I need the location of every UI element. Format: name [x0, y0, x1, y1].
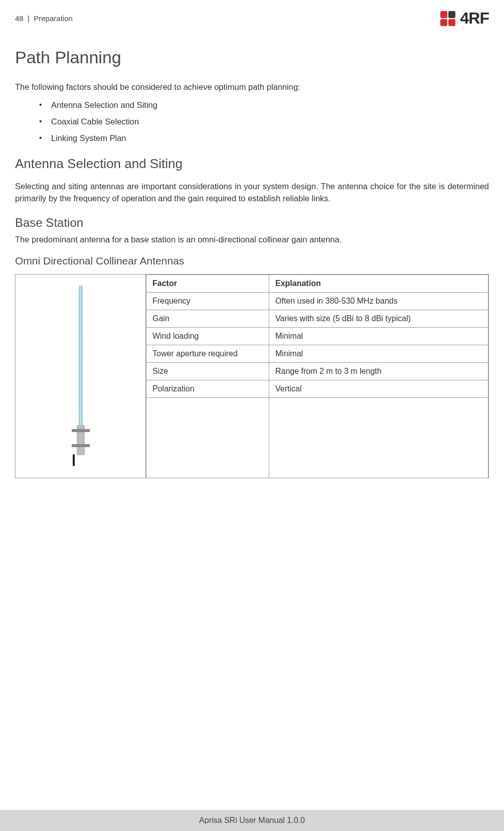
factors-list: Antenna Selection and Siting Coaxial Cab… [39, 100, 489, 143]
table-row: Wind loading Minimal [146, 327, 488, 345]
cell-factor: Polarization [146, 380, 269, 397]
antenna-paragraph: Selecting and siting antennas are import… [15, 181, 489, 205]
cell-factor: Frequency [146, 292, 269, 310]
table-empty-row [146, 397, 488, 478]
th-factor: Factor [146, 274, 269, 292]
table-row: Size Range from 2 m to 3 m length [146, 362, 488, 380]
cell-factor: Size [146, 362, 269, 380]
header-separator: | [28, 14, 30, 23]
cell-factor: Gain [146, 310, 269, 327]
logo-text: 4RF [460, 9, 489, 28]
page-header: 48 | Preparation 4RF [0, 0, 504, 28]
table-header-row: Factor Explanation [146, 274, 488, 292]
page-number: 48 [15, 14, 24, 23]
cell-explanation: Minimal [269, 327, 488, 345]
base-station-paragraph: The predominant antenna for a base stati… [15, 234, 489, 246]
table-row: Tower aperture required Minimal [146, 345, 488, 362]
th-explanation: Explanation [269, 274, 488, 292]
antenna-image-cell [16, 274, 146, 478]
header-text: 48 | Preparation [15, 14, 73, 23]
h1-path-planning: Path Planning [15, 48, 489, 67]
h4-omni-collinear: Omni Directional Collinear Antennas [15, 255, 489, 267]
h2-antenna-selection: Antenna Selection and Siting [15, 156, 489, 172]
collinear-antenna-icon [66, 286, 96, 466]
intro-paragraph: The following factors should be consider… [15, 81, 489, 93]
table-row: Polarization Vertical [146, 380, 488, 397]
logo-dots-icon [440, 11, 455, 26]
logo-4rf: 4RF [440, 9, 489, 28]
cell-explanation: Often used in 380-530 MHz bands [269, 292, 488, 310]
bullet-item: Coaxial Cable Selection [39, 117, 489, 126]
cell-explanation: Vertical [269, 380, 488, 397]
cell-explanation: Varies with size (5 dBi to 8 dBi typical… [269, 310, 488, 327]
cell-factor: Wind loading [146, 327, 269, 345]
bullet-item: Linking System Plan [39, 133, 489, 143]
cell-explanation: Range from 2 m to 3 m length [269, 362, 488, 380]
page-content: Path Planning The following factors shou… [0, 28, 504, 478]
cell-explanation: Minimal [269, 345, 488, 362]
table-row: Frequency Often used in 380-530 MHz band… [146, 292, 488, 310]
cell-factor: Tower aperture required [146, 345, 269, 362]
antenna-spec-block: Factor Explanation Frequency Often used … [15, 274, 489, 479]
empty-cell [269, 397, 488, 478]
bullet-item: Antenna Selection and Siting [39, 100, 489, 110]
h3-base-station: Base Station [15, 216, 489, 230]
table-row: Gain Varies with size (5 dBi to 8 dBi ty… [146, 310, 488, 327]
spec-table: Factor Explanation Frequency Often used … [146, 274, 488, 478]
empty-cell [146, 397, 269, 478]
footer-text: Aprisa SRi User Manual 1.0.0 [199, 816, 305, 825]
header-section: Preparation [34, 14, 73, 23]
page-footer: Aprisa SRi User Manual 1.0.0 [0, 810, 504, 831]
